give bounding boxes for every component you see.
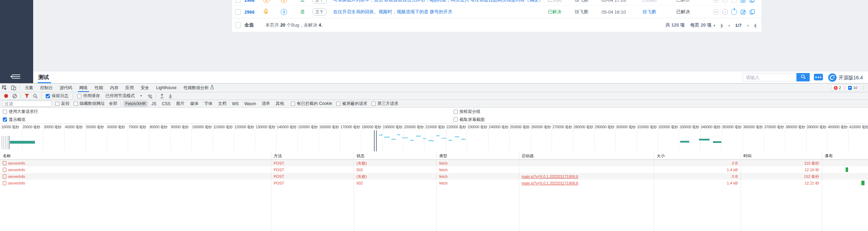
request-name[interactable]: serverInfo — [0, 168, 271, 172]
column-separator[interactable] — [822, 151, 822, 231]
ruler-tick-label: 50000 毫秒 — [86, 125, 104, 130]
bug-row[interactable]: 2966 3 3 是 主干 在仅开启全局的回执、视频时，视频选项下的是 拨号的开… — [232, 5, 762, 18]
issues-badge[interactable]: 10 — [846, 85, 860, 91]
row-checkbox[interactable] — [235, 9, 241, 15]
disable-cache-checkbox[interactable]: 停用缓存 — [77, 93, 100, 99]
tab-控制台[interactable]: 控制台 — [37, 84, 56, 92]
bug-id-link[interactable]: 2966 — [244, 9, 255, 15]
column-header-名称[interactable]: 名称 — [3, 153, 11, 159]
filter-pill-图片[interactable]: 图片 — [174, 100, 186, 107]
copy-icon[interactable] — [749, 9, 755, 15]
confirm-ok-icon[interactable]: OK — [713, 9, 719, 15]
filter-input[interactable] — [2, 101, 52, 107]
last-page-icon[interactable]: ›| — [754, 23, 756, 28]
prev-page-icon[interactable]: ‹ — [728, 23, 729, 28]
column-header-大小[interactable]: 大小 — [657, 153, 665, 159]
bug-row[interactable]: 2968 2 2 是 主干 可替换图片列表中，点击 获取授权点击允许后，app闪… — [232, 0, 762, 5]
bug-title-link[interactable]: 可替换图片列表中，点击 获取授权点击允许后，app闪退，再次进入 每次都会拉起两… — [333, 0, 543, 3]
edit-icon[interactable] — [740, 9, 746, 15]
network-request-row[interactable]: serverInfo POST 502 fetch main.js?v=5.0.… — [0, 180, 868, 186]
network-overview-timeline[interactable]: 10000 毫秒20000 毫秒30000 毫秒40000 毫秒50000 毫秒… — [0, 124, 868, 152]
resolve-check-icon[interactable]: ✓ — [722, 9, 728, 15]
inspect-element-icon[interactable] — [0, 84, 9, 92]
clear-network-log-icon[interactable] — [11, 93, 19, 99]
close-power-icon[interactable] — [731, 0, 737, 3]
column-header-类型[interactable]: 类型 — [439, 153, 447, 159]
column-separator[interactable] — [519, 151, 519, 231]
capture-screenshots-checkbox[interactable]: 截取屏幕截图 — [454, 117, 485, 123]
per-page-select[interactable]: 每页 20 项 — [690, 22, 712, 28]
import-har-icon[interactable] — [158, 93, 166, 99]
blocked-cookies-checkbox[interactable]: 有已拦截的 Cookie — [291, 101, 332, 107]
invert-filter-checkbox[interactable]: 反转 — [55, 101, 69, 107]
request-name[interactable]: serverInfo — [0, 181, 271, 185]
request-name[interactable]: serverInfo — [0, 174, 271, 179]
filter-pill-媒体[interactable]: 媒体 — [188, 100, 200, 107]
first-page-icon[interactable]: |‹ — [721, 23, 723, 28]
edit-icon[interactable] — [740, 0, 746, 3]
tab-安全[interactable]: 安全 — [137, 84, 153, 92]
column-header-方法[interactable]: 方法 — [274, 153, 282, 159]
filter-pill-JS[interactable]: JS — [149, 101, 159, 107]
tab-内存[interactable]: 内存 — [106, 84, 122, 92]
request-initiator[interactable]: main.js?v=5.0.1.202201171906:6 — [519, 181, 654, 185]
row-checkbox[interactable] — [235, 0, 241, 3]
bug-id-link[interactable]: 2968 — [244, 0, 255, 2]
group-by-frame-checkbox[interactable]: 按框架分组 — [454, 109, 480, 115]
device-toolbar-icon[interactable] — [9, 84, 18, 92]
filter-all-label[interactable]: 全部 — [109, 101, 117, 107]
filter-pill-其他[interactable]: 其他 — [273, 100, 286, 107]
search-input[interactable] — [743, 73, 799, 81]
hide-data-urls-checkbox[interactable]: 隐藏数据网址 — [74, 101, 105, 107]
search-button[interactable] — [796, 73, 810, 81]
filter-pill-CSS[interactable]: CSS — [160, 101, 173, 107]
filter-pill-清单[interactable]: 清单 — [259, 100, 272, 107]
ruler-tick-label: 410000 毫秒 — [849, 125, 868, 130]
console-errors-badge[interactable]: ✕2 — [831, 85, 844, 91]
confirm-ok-icon[interactable]: OK — [713, 0, 719, 3]
column-header-瀑布[interactable]: 瀑布 — [825, 153, 833, 159]
bug-title-link[interactable]: 在仅开启全局的回执、视频时，视频选项下的是 拨号的开关 — [333, 9, 453, 15]
export-har-icon[interactable] — [167, 93, 174, 99]
tab-性能[interactable]: 性能 — [91, 84, 106, 92]
search-network-icon[interactable] — [31, 93, 39, 99]
tab-网络[interactable]: 网络 — [76, 84, 91, 92]
select-all-checkbox[interactable] — [235, 22, 241, 28]
big-request-rows-checkbox[interactable]: 使用大量请求行 — [3, 109, 38, 115]
third-party-checkbox[interactable]: 第三方请求 — [372, 101, 398, 107]
copy-icon[interactable] — [749, 0, 755, 3]
request-initiator[interactable]: main.js?v=5.0.1.202201171906:6 — [519, 174, 654, 179]
tab-元素[interactable]: 元素 — [21, 84, 37, 92]
tab-应用[interactable]: 应用 — [122, 84, 137, 92]
filter-pill-文档[interactable]: 文档 — [216, 100, 228, 107]
select-all-label[interactable]: 全选 — [244, 22, 253, 28]
throttling-select[interactable]: 已停用节流模式▼ — [105, 93, 142, 99]
record-network-log-icon[interactable] — [4, 94, 8, 98]
tab-源代码[interactable]: 源代码 — [56, 84, 76, 92]
column-header-启动器[interactable]: 启动器 — [522, 153, 534, 159]
filter-pill-WS[interactable]: WS — [230, 101, 241, 107]
collapse-menu-icon[interactable] — [12, 73, 20, 80]
column-header-状态[interactable]: 状态 — [356, 153, 365, 159]
tab-Lighthouse[interactable]: Lighthouse — [153, 84, 180, 92]
feedback-chat-icon[interactable]: ●●● — [814, 74, 823, 80]
network-request-row[interactable]: serverInfo POST (失败) fetch 0 B 110 毫秒 — [0, 160, 868, 166]
column-header-时间[interactable]: 时间 — [743, 153, 751, 159]
tab-性能数据分析[interactable]: 性能数据分析 — [180, 84, 218, 92]
network-request-row[interactable]: serverInfo POST 502 fetch 1.4 kB 12.19 秒 — [0, 166, 868, 173]
filter-funnel-icon[interactable] — [23, 93, 31, 99]
tab-test[interactable]: 测试 — [38, 74, 49, 81]
filter-pill-字体[interactable]: 字体 — [202, 100, 214, 107]
network-conditions-icon[interactable] — [146, 93, 154, 99]
resolve-check-icon[interactable]: ✓ — [722, 0, 728, 3]
filter-pill-Wasm[interactable]: Wasm — [242, 101, 258, 107]
close-power-icon[interactable] — [731, 9, 737, 15]
preserve-log-checkbox[interactable]: 保留日志 — [46, 93, 68, 99]
blocked-requests-checkbox[interactable]: 被屏蔽的请求 — [336, 101, 367, 107]
network-request-row[interactable]: serverInfo POST (失败) fetch main.js?v=5.0… — [0, 173, 868, 180]
next-page-icon[interactable]: › — [747, 23, 748, 28]
version-label[interactable]: 开源版16.4 — [839, 75, 863, 81]
request-name[interactable]: serverInfo — [0, 161, 271, 165]
show-overview-checkbox[interactable]: 显示概览 — [3, 117, 25, 123]
filter-pill-Fetch/XHR[interactable]: Fetch/XHR — [123, 101, 148, 107]
